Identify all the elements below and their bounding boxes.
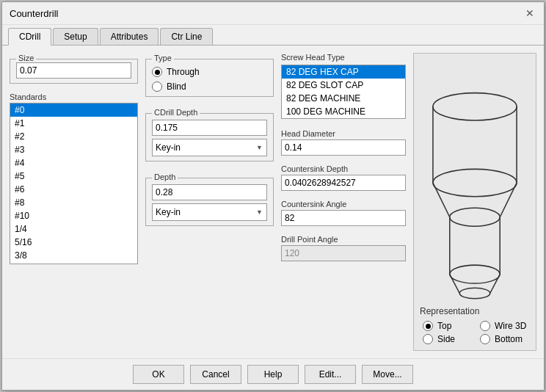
blind-radio-circle bbox=[152, 81, 162, 92]
rep-wire3d-label: Wire 3D bbox=[495, 321, 526, 331]
size-group: Size bbox=[10, 59, 138, 84]
list-item[interactable]: #2 bbox=[10, 130, 137, 143]
svg-line-11 bbox=[490, 275, 500, 294]
cdrill-depth-label: CDrill Depth bbox=[152, 108, 200, 117]
svg-point-3 bbox=[433, 169, 517, 196]
rep-top-circle bbox=[423, 321, 433, 331]
screw-head-section: Screw Head Type 82 DEG HEX CAP 82 DEG SL… bbox=[281, 53, 406, 119]
footer: OK Cancel Help Edit... Move... bbox=[2, 358, 544, 390]
type-group: Type Through Blind bbox=[145, 59, 274, 97]
list-item[interactable]: 1/4 bbox=[10, 222, 137, 236]
tab-setup[interactable]: Setup bbox=[53, 28, 98, 45]
dialog: Counterdrill ✕ CDrill Setup Attributes C… bbox=[1, 1, 545, 391]
title-bar: Counterdrill ✕ bbox=[2, 2, 544, 25]
representation-label: Representation bbox=[420, 306, 530, 316]
cdrill-depth-input[interactable] bbox=[152, 120, 267, 136]
depth-label: Depth bbox=[152, 173, 178, 181]
svg-point-12 bbox=[459, 288, 490, 299]
svg-point-0 bbox=[433, 93, 517, 120]
close-button[interactable]: ✕ bbox=[523, 7, 536, 20]
depth-group: Depth Key-in bbox=[145, 178, 274, 226]
list-item[interactable]: #0 bbox=[10, 104, 137, 117]
list-item[interactable]: #5 bbox=[10, 170, 137, 183]
representation-options: Top Wire 3D Side Bottom bbox=[420, 321, 530, 344]
svg-point-6 bbox=[450, 208, 500, 226]
cdrill-depth-dropdown[interactable]: Key-in bbox=[152, 139, 267, 156]
rep-wire3d-circle bbox=[480, 321, 490, 331]
head-diameter-group: Head Diameter bbox=[281, 129, 406, 156]
svg-line-4 bbox=[433, 183, 450, 217]
type-label: Type bbox=[152, 54, 174, 62]
size-input[interactable] bbox=[16, 62, 131, 79]
countersink-angle-input[interactable] bbox=[281, 210, 406, 226]
svg-line-5 bbox=[500, 183, 517, 217]
list-item[interactable]: #8 bbox=[10, 196, 137, 209]
list-item[interactable]: #1 bbox=[10, 117, 137, 130]
through-label: Through bbox=[167, 67, 200, 77]
main-content: Size Standards #0 #1 #2 #3 #4 #5 #6 #8 # bbox=[2, 46, 544, 358]
blind-radio[interactable]: Blind bbox=[152, 81, 267, 92]
tab-attributes[interactable]: Attributes bbox=[100, 28, 159, 45]
standards-label: Standards bbox=[10, 92, 138, 101]
screw-item[interactable]: 82 DEG HEX CAP bbox=[282, 65, 405, 79]
rep-side-label: Side bbox=[437, 334, 455, 344]
left-panel: Size Standards #0 #1 #2 #3 #4 #5 #6 #8 # bbox=[10, 53, 138, 351]
standards-listbox[interactable]: #0 #1 #2 #3 #4 #5 #6 #8 #10 1/4 5/16 3/8… bbox=[10, 103, 138, 264]
move-button[interactable]: Move... bbox=[362, 365, 413, 384]
ok-button[interactable]: OK bbox=[133, 365, 184, 384]
standards-section: Standards #0 #1 #2 #3 #4 #5 #6 #8 #10 1/… bbox=[10, 92, 138, 264]
svg-line-10 bbox=[450, 275, 459, 294]
screw-item[interactable]: 82 DEG MACHINE bbox=[282, 92, 405, 105]
list-item[interactable]: #10 bbox=[10, 209, 137, 222]
drill-point-angle-group: Drill Point Angle bbox=[281, 235, 406, 261]
screw-item[interactable]: 100 DEG MACHINE bbox=[282, 105, 405, 118]
dialog-title: Counterdrill bbox=[10, 8, 58, 19]
depth-input[interactable] bbox=[152, 184, 267, 200]
cdrill-depth-group: CDrill Depth Key-in bbox=[145, 113, 274, 161]
rep-top-label: Top bbox=[437, 321, 451, 331]
through-radio-circle bbox=[152, 67, 162, 77]
rep-side-radio[interactable]: Side bbox=[423, 334, 473, 344]
list-item[interactable]: #6 bbox=[10, 183, 137, 196]
screw-head-listbox[interactable]: 82 DEG HEX CAP 82 DEG SLOT CAP 82 DEG MA… bbox=[281, 65, 406, 119]
tab-ctrline[interactable]: Ctr Line bbox=[160, 28, 213, 45]
rep-top-radio[interactable]: Top bbox=[423, 321, 473, 331]
head-diameter-input[interactable] bbox=[281, 139, 406, 156]
list-item[interactable]: #3 bbox=[10, 143, 137, 156]
countersink-depth-group: Countersink Depth bbox=[281, 164, 406, 191]
edit-button[interactable]: Edit... bbox=[305, 365, 356, 384]
screw-head-label: Screw Head Type bbox=[281, 53, 406, 62]
size-label: Size bbox=[16, 54, 36, 62]
standards-container: #0 #1 #2 #3 #4 #5 #6 #8 #10 1/4 5/16 3/8… bbox=[10, 103, 138, 264]
depth-dropdown-wrapper: Key-in bbox=[152, 203, 267, 221]
blind-label: Blind bbox=[167, 81, 186, 92]
list-item[interactable]: 7/16 bbox=[10, 262, 137, 264]
rep-side-circle bbox=[423, 334, 433, 344]
list-item[interactable]: #4 bbox=[10, 156, 137, 170]
rep-wire3d-radio[interactable]: Wire 3D bbox=[480, 321, 530, 331]
rep-bottom-radio[interactable]: Bottom bbox=[480, 334, 530, 344]
through-radio[interactable]: Through bbox=[152, 67, 267, 77]
head-diameter-label: Head Diameter bbox=[281, 129, 406, 138]
depth-dropdown[interactable]: Key-in bbox=[152, 203, 267, 221]
cancel-button[interactable]: Cancel bbox=[190, 365, 241, 384]
representation-section: Representation Top Wire 3D Side bbox=[420, 306, 530, 344]
list-item[interactable]: 5/16 bbox=[10, 236, 137, 249]
countersink-depth-input[interactable] bbox=[281, 175, 406, 191]
rep-bottom-circle bbox=[480, 334, 490, 344]
svg-point-9 bbox=[450, 265, 500, 283]
screw-item[interactable]: 82 DEG SLOT CAP bbox=[282, 79, 405, 92]
countersink-angle-group: Countersink Angle bbox=[281, 200, 406, 226]
cdrill-depth-dropdown-wrapper: Key-in bbox=[152, 139, 267, 156]
tab-cdrill[interactable]: CDrill bbox=[8, 28, 51, 46]
list-item[interactable]: 3/8 bbox=[10, 249, 137, 262]
countersink-angle-label: Countersink Angle bbox=[281, 200, 406, 208]
middle-panel: Type Through Blind CDrill Depth bbox=[145, 53, 274, 351]
rep-bottom-label: Bottom bbox=[495, 334, 523, 344]
right-left-panel: Screw Head Type 82 DEG HEX CAP 82 DEG SL… bbox=[281, 53, 406, 351]
type-radio-group: Through Blind bbox=[152, 67, 267, 92]
drill-point-angle-input bbox=[281, 245, 406, 261]
drill-point-angle-label: Drill Point Angle bbox=[281, 235, 406, 244]
help-button[interactable]: Help bbox=[247, 365, 299, 384]
tab-bar: CDrill Setup Attributes Ctr Line bbox=[2, 25, 544, 46]
